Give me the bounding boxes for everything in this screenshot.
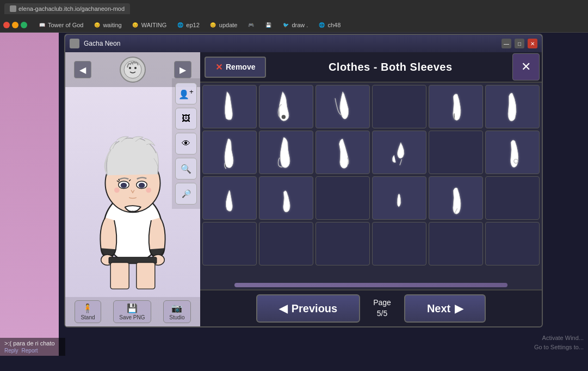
item-cell-4-2[interactable]	[259, 222, 313, 265]
zoom-out-btn[interactable]: 🔎	[175, 183, 197, 205]
svg-point-2	[134, 67, 137, 69]
browser-tab[interactable]: elena-gachaclub.itch.io/gachaneon-mod	[4, 3, 130, 14]
svg-rect-15	[110, 263, 129, 289]
character-panel: ◀ ▶	[65, 52, 200, 326]
char-bottom-buttons: 🧍 Stand 💾 Save PNG 📷 Studio	[65, 297, 200, 326]
item-cell-1-2[interactable]	[259, 85, 313, 128]
chat-area: >:( para de ri chato Reply Report	[0, 338, 65, 356]
window-title: Gacha Neon	[70, 39, 120, 48]
visibility-btn[interactable]: 👁	[175, 133, 197, 154]
bookmark-game[interactable]: 🎮	[244, 20, 258, 30]
svg-point-17	[282, 115, 286, 119]
bookmark-icon-1: 📖	[38, 21, 46, 29]
item-cell-4-6[interactable]	[485, 222, 540, 265]
remove-label: Remove	[226, 63, 255, 71]
tab-url: elena-gachaclub.itch.io/gachaneon-mod	[18, 5, 125, 12]
svg-rect-16	[137, 263, 155, 289]
item-cell-1-3[interactable]	[315, 85, 370, 128]
character-figure	[78, 107, 187, 292]
bookmark-icon-8: 🐦	[282, 21, 289, 29]
report-link[interactable]: Report	[22, 348, 38, 354]
remove-btn[interactable]: ✕ Remove	[205, 57, 266, 78]
item-cell-2-2[interactable]	[259, 131, 313, 174]
browser-maximize[interactable]	[21, 22, 27, 28]
add-character-btn[interactable]: 👤+	[175, 83, 197, 104]
window-app-icon	[70, 39, 79, 48]
left-strip: >:( para de ri chato Reply Report	[0, 33, 59, 356]
page-info: Page 5/5	[362, 298, 402, 319]
item-cell-1-4[interactable]	[372, 85, 426, 128]
bookmark-icon-4: 🌐	[176, 21, 184, 29]
item-grid	[200, 83, 542, 283]
scroll-indicator[interactable]	[234, 283, 507, 287]
bookmarks-bar: 📖 Tower of God 😊 waiting 😊 WAITING 🌐 ep1…	[0, 17, 588, 33]
window-controls: — □ ✕	[502, 39, 537, 48]
item-cell-3-4[interactable]	[372, 176, 426, 220]
item-row-3	[202, 176, 540, 220]
item-cell-1-1[interactable]	[202, 85, 257, 128]
prev-page-btn[interactable]: ◀ Previous	[256, 294, 360, 323]
item-panel-title: Clothes - Both Sleeves	[270, 61, 510, 73]
close-btn[interactable]: ✕	[528, 39, 537, 48]
bookmark-save[interactable]: 💾	[261, 20, 275, 30]
bookmark-icon-7: 💾	[264, 21, 272, 29]
item-cell-1-5[interactable]	[429, 85, 483, 128]
bookmark-ch48[interactable]: 🌐 ch48	[314, 20, 344, 30]
item-cell-4-1[interactable]	[202, 222, 257, 265]
studio-btn[interactable]: 📷 Studio	[163, 300, 190, 323]
prev-character-btn[interactable]: ◀	[74, 61, 91, 78]
save-icon: 💾	[127, 303, 138, 313]
right-toolbar: 👤+ 🖼 👁 🔍 🔎	[172, 78, 200, 209]
minimize-btn[interactable]: —	[502, 39, 511, 48]
item-cell-2-6[interactable]	[485, 131, 540, 174]
stand-btn[interactable]: 🧍 Stand	[75, 300, 101, 323]
prev-arrow-icon: ◀	[279, 302, 287, 315]
item-cell-4-3[interactable]	[315, 222, 370, 265]
bookmark-update[interactable]: 😊 update	[206, 20, 241, 30]
bookmark-icon-2: 😊	[93, 21, 101, 29]
studio-icon: 📷	[171, 303, 182, 313]
item-cell-2-3[interactable]	[315, 131, 370, 174]
svg-point-9	[139, 183, 145, 188]
browser-minimize[interactable]	[12, 22, 18, 28]
next-page-btn[interactable]: Next ▶	[404, 294, 486, 323]
reply-link[interactable]: Reply	[4, 348, 18, 354]
item-cell-3-1[interactable]	[202, 176, 257, 220]
bookmark-draw[interactable]: 🐦 draw .	[278, 20, 311, 30]
bookmark-waiting[interactable]: 😊 waiting	[90, 20, 125, 30]
svg-point-10	[114, 188, 120, 193]
item-cell-2-4[interactable]	[372, 131, 426, 174]
browser-bar: elena-gachaclub.itch.io/gachaneon-mod	[0, 0, 588, 17]
watermark-line1: Activate Wind...	[534, 333, 584, 343]
svg-point-8	[121, 183, 127, 188]
window-titlebar: Gacha Neon — □ ✕	[65, 35, 542, 52]
item-panel: ✕ Remove Clothes - Both Sleeves ✕	[200, 52, 542, 326]
activate-watermark: Activate Wind... Go to Settings to...	[534, 333, 584, 351]
item-cell-2-1[interactable]	[202, 131, 257, 174]
zoom-in-btn[interactable]: 🔍	[175, 158, 197, 180]
save-png-btn[interactable]: 💾 Save PNG	[113, 300, 151, 323]
item-cell-4-4[interactable]	[372, 222, 426, 265]
page-number: 5/5	[373, 308, 391, 319]
browser-close[interactable]	[3, 22, 10, 28]
item-cell-3-5[interactable]	[429, 176, 483, 220]
item-cell-3-6[interactable]	[485, 176, 540, 220]
item-cell-3-3[interactable]	[315, 176, 370, 220]
item-cell-3-2[interactable]	[259, 176, 313, 220]
bookmark-ep12[interactable]: 🌐 ep12	[173, 20, 202, 30]
next-label: Next	[427, 302, 450, 315]
next-character-btn[interactable]: ▶	[174, 61, 191, 78]
bookmark-icon-5: 😊	[209, 21, 217, 29]
item-cell-4-5[interactable]	[429, 222, 483, 265]
close-item-btn[interactable]: ✕	[512, 53, 540, 81]
bookmark-waiting2[interactable]: 😊 WAITING	[128, 20, 170, 30]
bookmark-icon-3: 😊	[132, 21, 139, 29]
bookmark-tower-of-god[interactable]: 📖 Tower of God	[35, 20, 86, 30]
item-cell-1-6[interactable]	[485, 85, 540, 128]
item-cell-2-5[interactable]	[429, 131, 483, 174]
gacha-window: Gacha Neon — □ ✕ ◀	[64, 34, 543, 327]
character-avatar-icon	[120, 57, 146, 83]
restore-btn[interactable]: □	[515, 39, 524, 48]
stand-icon: 🧍	[82, 303, 93, 313]
background-btn[interactable]: 🖼	[175, 108, 197, 129]
